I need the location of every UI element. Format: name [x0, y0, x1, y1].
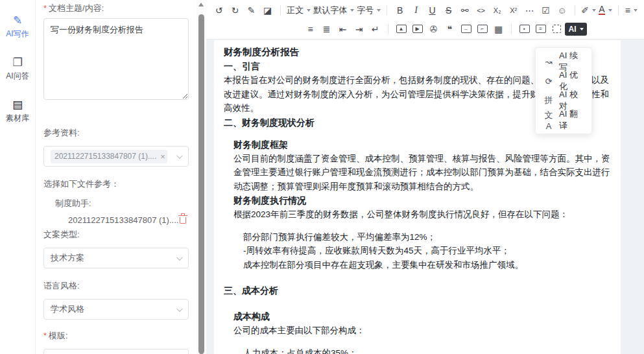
code-block-icon[interactable]: ⌐: [474, 21, 490, 37]
document-paragraph: 公司的成本主要由以下部分构成：: [224, 324, 610, 338]
attachment-icon: ✇: [430, 24, 438, 34]
template-select[interactable]: 通用模板 ✓: [43, 349, 189, 354]
line-break-icon: ↵: [372, 24, 379, 34]
required-mark: *: [43, 331, 47, 340]
code-block-icon: ⌐: [477, 25, 488, 33]
link-icon[interactable]: ⚯: [457, 3, 473, 18]
caret-down-icon: [307, 9, 311, 12]
form-scrollbar[interactable]: [197, 0, 206, 354]
remove-reference-icon[interactable]: ×: [160, 152, 165, 161]
superscript-icon: X²: [510, 6, 517, 14]
reference-select[interactable]: 2021122715133847807 (1).... ×: [43, 146, 189, 167]
file-group-label: 制度助手:: [43, 198, 189, 209]
italic-icon[interactable]: I: [408, 3, 424, 18]
redo-icon[interactable]: ↻: [227, 3, 243, 18]
paragraph-style-select[interactable]: 正文: [285, 3, 312, 18]
ai-menu-button[interactable]: AI: [565, 23, 587, 36]
reference-file-tag-text: 2021122715133847807 (1)....: [54, 152, 156, 161]
format-painter-icon: ✎: [248, 5, 256, 16]
subscript-icon[interactable]: X₂: [489, 3, 505, 18]
line-break-icon[interactable]: ↵: [367, 21, 383, 37]
task-checkbox-icon: ☑: [542, 5, 550, 16]
style-select[interactable]: 学术风格: [43, 299, 189, 320]
toolbar-row-2: ≡≣⇤⇥↵▲▶✇❝–⌐▦▪≡AI: [228, 19, 644, 38]
bullet-list-icon[interactable]: ≡: [302, 21, 318, 37]
ai-qa-icon: ❐: [12, 56, 22, 69]
font-size-select-label: 字号: [357, 5, 374, 16]
template-label: *模版:: [43, 330, 189, 342]
subscript-icon: X₂: [494, 6, 501, 14]
ai-menu-item-3[interactable]: 拼AI 校对: [536, 91, 591, 110]
eraser-icon[interactable]: ◪: [259, 3, 276, 18]
embed-icon[interactable]: ▪: [516, 21, 532, 37]
doc-type-label: 文案类型:: [43, 229, 189, 241]
font-size-select[interactable]: 字号: [355, 3, 382, 18]
font-color-icon[interactable]: A: [597, 3, 614, 18]
undo-icon[interactable]: ↺: [211, 3, 227, 18]
blockquote-icon: ❝: [447, 24, 453, 34]
sidebar-item-2[interactable]: ❐AI问答: [0, 56, 35, 82]
eraser-icon: ◪: [263, 5, 272, 16]
video-icon[interactable]: ▶: [409, 21, 425, 37]
sidebar-item-1[interactable]: ✎AI写作: [0, 14, 35, 40]
underline-icon[interactable]: U: [424, 3, 440, 18]
format-painter-icon[interactable]: ✎: [243, 3, 259, 18]
document-paragraph: -周转效率有待提高，应收账款周转天数为45天，高于行业平均水平；: [224, 244, 610, 258]
bullet-list-icon: ≡: [307, 24, 313, 34]
strikethrough-icon[interactable]: S: [440, 3, 457, 18]
sidebar-item-3[interactable]: ▤素材库: [0, 99, 35, 124]
delete-file-icon[interactable]: [180, 217, 186, 224]
document-heading: 三、成本分析: [224, 284, 610, 298]
fullscreen-icon[interactable]: [549, 21, 565, 37]
divider-icon[interactable]: –: [458, 21, 474, 37]
font-family-select[interactable]: 默认字体: [312, 3, 355, 18]
document-heading: 财务制度执行情况: [224, 194, 610, 207]
highlight-color-icon: ✐: [581, 5, 589, 16]
indent-icon[interactable]: ⇥: [351, 21, 367, 37]
align-icon: ≡: [625, 5, 630, 16]
bold-icon[interactable]: B: [392, 3, 408, 18]
editor-area: ↺↻✎◪正文默认字体字号BIUS⚯<>X₂X²⋯☑☺✐A≡ ≡≣⇤⇥↵▲▶✇❝–…: [206, 0, 644, 354]
emoji-icon[interactable]: ☺: [554, 3, 570, 18]
align-icon[interactable]: ≡: [623, 3, 639, 18]
topic-input[interactable]: 写一份财务制度分析报告: [43, 18, 189, 100]
font-family-select-label: 默认字体: [313, 5, 347, 16]
document-heading: 成本构成: [224, 310, 610, 324]
table-icon[interactable]: ▦: [490, 21, 507, 37]
italic-icon: I: [414, 5, 418, 16]
horizontal-rule-icon[interactable]: ⋯: [521, 3, 538, 18]
blockquote-icon[interactable]: ❝: [442, 21, 458, 37]
document-paragraph: 人力成本：占总成本的35%；: [224, 346, 610, 354]
scrollbar-thumb[interactable]: [198, 14, 204, 354]
attachment-icon[interactable]: ✇: [425, 21, 442, 37]
document-heading: 财务制度框架: [224, 138, 610, 152]
outdent-icon[interactable]: ⇤: [335, 21, 351, 37]
toolbar-separator: [618, 5, 619, 16]
scroll-up-icon[interactable]: [198, 3, 204, 6]
ai-menu-item-1[interactable]: ↝AI 续写: [536, 52, 591, 71]
file-section-label: 选择如下文件参考：: [43, 178, 189, 190]
inline-code-icon[interactable]: <>: [473, 3, 489, 18]
optimize-icon: ⟳: [543, 77, 554, 86]
toolbar-separator: [511, 24, 512, 34]
highlight-color-icon[interactable]: ✐: [580, 3, 597, 18]
ordered-list-icon[interactable]: ≣: [318, 21, 335, 37]
image-icon: ▲: [396, 25, 407, 33]
doc-type-select[interactable]: 技术方案: [43, 248, 189, 268]
inline-code-icon: <>: [477, 6, 485, 14]
ordered-list-icon: ≣: [323, 24, 331, 34]
nav-sidebar: ✎AI写作❐AI问答▤素材库: [0, 0, 36, 354]
task-checkbox-icon[interactable]: ☑: [538, 3, 554, 18]
document-paragraph: 根据2023年前三季度的财务数据，公司整体财务制度执行情况良好，但存在以下问题：: [224, 207, 610, 222]
ai-dropdown-menu: ↝AI 续写⟳AI 优化拼AI 校对文AAI 翻译: [535, 47, 592, 134]
print-icon[interactable]: ≡: [532, 21, 549, 37]
superscript-icon[interactable]: X²: [505, 3, 521, 18]
table-icon: ▦: [494, 24, 503, 34]
sidebar-item-label: AI问答: [6, 71, 29, 82]
sidebar-item-label: AI写作: [6, 29, 29, 40]
image-icon[interactable]: ▲: [393, 21, 409, 37]
ai-menu-item-4[interactable]: 文AAI 翻译: [536, 110, 591, 130]
topic-label: *文档主题/内容:: [43, 3, 189, 14]
ai-menu-item-2[interactable]: ⟳AI 优化: [536, 71, 591, 91]
horizontal-rule-icon: ⋯: [525, 5, 534, 16]
